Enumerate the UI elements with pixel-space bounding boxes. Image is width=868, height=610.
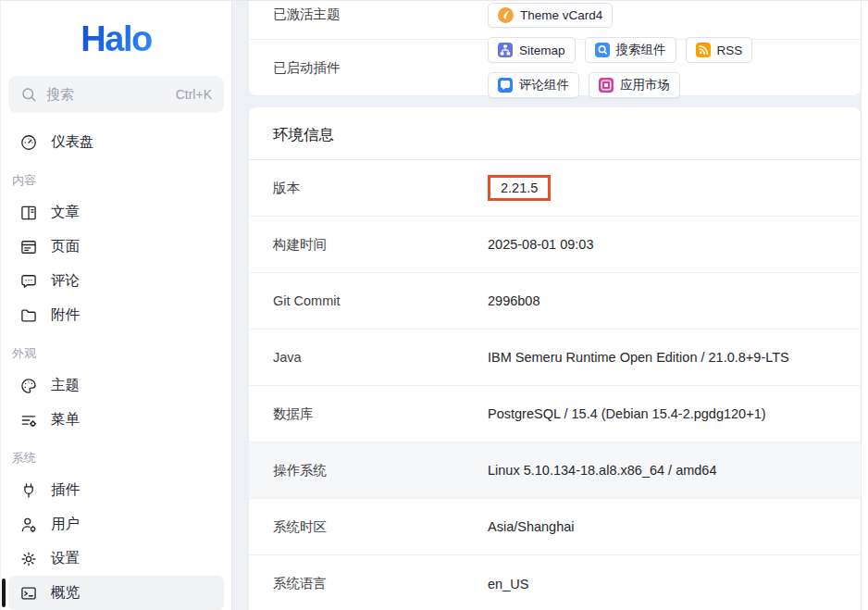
sidebar-item-overview[interactable]: 概览: [8, 576, 224, 610]
env-row-value: PostgreSQL / 15.4 (Debian 15.4-2.pgdg120…: [488, 406, 766, 421]
palette-icon: [19, 377, 38, 395]
env-row-label: Java: [273, 350, 488, 365]
env-row-git-commit: Git Commit 2996b08: [249, 273, 861, 330]
plugin-badge-label: Sitemap: [519, 44, 565, 57]
environment-card: 环境信息 版本 2.21.5 构建时间 2025-08-01 09:03 Git…: [249, 107, 861, 610]
env-row-value: Asia/Shanghai: [488, 519, 575, 534]
sidebar-group-appearance: 外观: [8, 345, 224, 362]
sidebar-item-label: 设置: [51, 549, 80, 568]
started-plugins-row: 已启动插件 Sitemap: [249, 40, 861, 95]
sidebar-item-comments[interactable]: 评论: [8, 264, 224, 298]
gear-icon: [19, 550, 38, 568]
started-plugins-label: 已启动插件: [273, 59, 488, 77]
terminal-icon: [19, 584, 38, 603]
sidebar-item-label: 附件: [51, 305, 80, 325]
env-row-label: 构建时间: [273, 236, 488, 254]
sidebar-item-label: 主题: [51, 376, 80, 395]
plug-icon: [19, 481, 38, 500]
sidebar-item-label: 插件: [51, 480, 80, 500]
env-row-label: Git Commit: [273, 293, 488, 308]
env-row-label: 系统语言: [273, 575, 488, 592]
env-row-value: IBM Semeru Runtime Open Edition / 21.0.8…: [488, 350, 789, 365]
appstore-plugin-icon: [599, 78, 614, 93]
theme-badge-label: Theme vCard4: [520, 8, 602, 22]
sidebar-group-content: 内容: [8, 172, 224, 189]
search-input[interactable]: 搜索 Ctrl+K: [8, 76, 224, 113]
env-row-label: 系统时区: [273, 518, 488, 536]
sidebar-group-system: 系统: [8, 450, 224, 467]
sidebar-item-label: 概览: [51, 583, 80, 603]
sidebar-item-plugins[interactable]: 插件: [8, 473, 224, 507]
halo-logo-text: Halo: [81, 19, 151, 59]
plugin-badge-appstore[interactable]: 应用市场: [589, 72, 680, 98]
sidebar-item-label: 用户: [51, 515, 80, 534]
plugin-badge-label: RSS: [717, 44, 743, 57]
env-row-language: 系统语言 en_US: [249, 555, 861, 610]
env-row-os: 操作系统 Linux 5.10.134-18.al8.x86_64 / amd6…: [249, 442, 861, 499]
version-value: 2.21.5: [501, 181, 538, 195]
sidebar-item-themes[interactable]: 主题: [8, 368, 224, 403]
comment-plugin-icon: [498, 78, 513, 93]
env-row-label: 数据库: [273, 405, 488, 423]
plugin-badge-label: 应用市场: [620, 77, 670, 93]
env-row-timezone: 系统时区 Asia/Shanghai: [249, 499, 861, 555]
main-area: 已激活主题 Theme vCard4 已启动插件: [232, 1, 868, 610]
user-gear-icon: [19, 516, 38, 534]
plugin-badge-label: 搜索组件: [616, 42, 666, 58]
sidebar-item-label: 评论: [51, 271, 80, 291]
sidebar-item-label: 仪表盘: [51, 132, 94, 152]
vertical-scrollbar[interactable]: [861, 1, 868, 610]
list-settings-icon: [19, 411, 38, 429]
gauge-icon: [19, 133, 38, 152]
search-placeholder: 搜索: [46, 86, 74, 104]
overview-card: 已激活主题 Theme vCard4 已启动插件: [249, 1, 861, 95]
halo-admin-window: Halo 搜索 Ctrl+K 仪表盘 内容: [0, 0, 868, 610]
env-row-value: 2025-08-01 09:03: [488, 237, 594, 252]
env-row-database: 数据库 PostgreSQL / 15.4 (Debian 15.4-2.pgd…: [249, 386, 861, 442]
search-shortcut: Ctrl+K: [176, 87, 212, 102]
env-row-value: en_US: [488, 577, 528, 591]
plugin-badge-comment[interactable]: 评论组件: [488, 72, 579, 98]
env-row-value: 2996b08: [488, 293, 539, 308]
version-annotation-box: 2.21.5: [488, 175, 551, 201]
overview-content: 已激活主题 Theme vCard4 已启动插件: [232, 1, 861, 610]
env-row-label: 版本: [273, 180, 488, 197]
environment-title: 环境信息: [249, 107, 861, 160]
sitemap-plugin-icon: [498, 43, 513, 57]
sidebar-item-users[interactable]: 用户: [8, 507, 224, 542]
sidebar-item-attachments[interactable]: 附件: [8, 298, 224, 332]
activated-theme-row: 已激活主题 Theme vCard4: [249, 1, 861, 40]
plugin-badge-rss[interactable]: RSS: [686, 37, 753, 63]
activated-theme-label: 已激活主题: [273, 3, 488, 23]
plugin-badge-search[interactable]: 搜索组件: [585, 37, 676, 63]
plugin-badge-label: 评论组件: [519, 77, 569, 93]
env-row-java: Java IBM Semeru Runtime Open Edition / 2…: [249, 330, 861, 386]
sidebar-item-settings[interactable]: 设置: [8, 542, 224, 576]
env-row-build-time: 构建时间 2025-08-01 09:03: [249, 217, 861, 273]
sidebar-item-label: 页面: [51, 237, 80, 256]
env-row-version: 版本 2.21.5: [249, 160, 861, 217]
sidebar-menu: 仪表盘 内容 文章 页面: [8, 125, 224, 610]
sidebar-item-label: 文章: [51, 203, 80, 222]
theme-badge[interactable]: Theme vCard4: [488, 3, 613, 28]
sidebar-item-pages[interactable]: 页面: [8, 230, 224, 264]
sidebar-item-dashboard[interactable]: 仪表盘: [8, 125, 224, 159]
env-row-value: Linux 5.10.134-18.al8.x86_64 / amd64: [488, 463, 717, 478]
sidebar-item-label: 菜单: [51, 410, 80, 429]
page-layout-icon: [19, 238, 38, 256]
sidebar: Halo 搜索 Ctrl+K 仪表盘 内容: [1, 1, 232, 610]
folder-icon: [19, 306, 38, 325]
env-row-label: 操作系统: [273, 462, 488, 479]
halo-logo[interactable]: Halo: [8, 6, 224, 71]
vcard4-theme-icon: [498, 7, 514, 23]
comment-icon: [19, 272, 38, 291]
book-icon: [19, 204, 38, 222]
sidebar-item-menus[interactable]: 菜单: [8, 403, 224, 437]
sidebar-item-posts[interactable]: 文章: [8, 195, 224, 230]
plugin-badge-sitemap[interactable]: Sitemap: [488, 37, 576, 63]
search-plugin-icon: [595, 43, 610, 57]
rss-plugin-icon: [696, 43, 711, 57]
search-icon: [20, 86, 37, 103]
